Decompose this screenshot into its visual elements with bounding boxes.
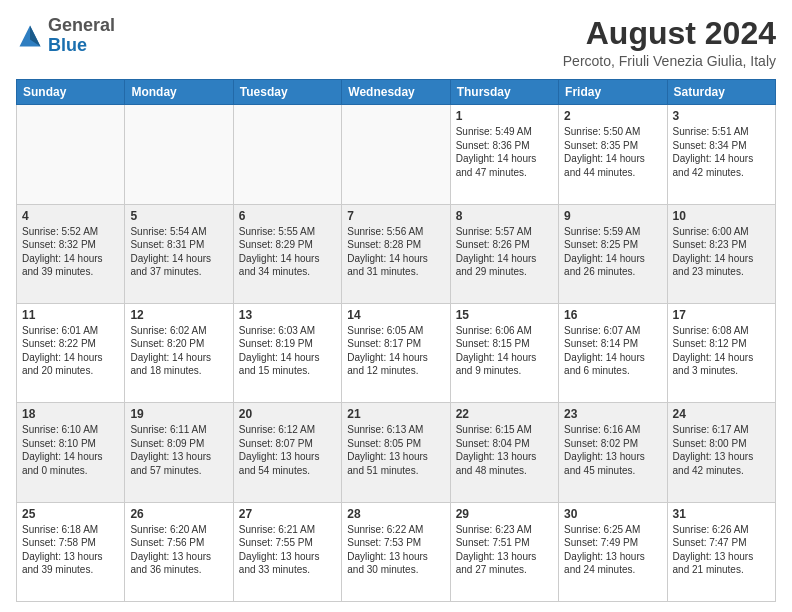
day-number: 3 [673, 109, 770, 123]
logo-text: General Blue [48, 16, 115, 56]
day-number: 18 [22, 407, 119, 421]
cell-sun-info: Sunrise: 6:20 AMSunset: 7:56 PMDaylight:… [130, 523, 227, 577]
calendar-cell: 17Sunrise: 6:08 AMSunset: 8:12 PMDayligh… [667, 303, 775, 402]
location: Percoto, Friuli Venezia Giulia, Italy [563, 53, 776, 69]
col-header-wednesday: Wednesday [342, 80, 450, 105]
cell-sun-info: Sunrise: 6:00 AMSunset: 8:23 PMDaylight:… [673, 225, 770, 279]
day-number: 25 [22, 507, 119, 521]
day-number: 9 [564, 209, 661, 223]
calendar-cell [125, 105, 233, 204]
cell-sun-info: Sunrise: 6:25 AMSunset: 7:49 PMDaylight:… [564, 523, 661, 577]
day-number: 26 [130, 507, 227, 521]
day-number: 4 [22, 209, 119, 223]
cell-sun-info: Sunrise: 6:10 AMSunset: 8:10 PMDaylight:… [22, 423, 119, 477]
calendar-header-row: SundayMondayTuesdayWednesdayThursdayFrid… [17, 80, 776, 105]
day-number: 8 [456, 209, 553, 223]
cell-sun-info: Sunrise: 5:52 AMSunset: 8:32 PMDaylight:… [22, 225, 119, 279]
calendar-cell: 15Sunrise: 6:06 AMSunset: 8:15 PMDayligh… [450, 303, 558, 402]
calendar-cell: 25Sunrise: 6:18 AMSunset: 7:58 PMDayligh… [17, 502, 125, 601]
cell-sun-info: Sunrise: 5:57 AMSunset: 8:26 PMDaylight:… [456, 225, 553, 279]
calendar-cell: 1Sunrise: 5:49 AMSunset: 8:36 PMDaylight… [450, 105, 558, 204]
cell-sun-info: Sunrise: 6:02 AMSunset: 8:20 PMDaylight:… [130, 324, 227, 378]
day-number: 6 [239, 209, 336, 223]
col-header-saturday: Saturday [667, 80, 775, 105]
calendar-cell: 28Sunrise: 6:22 AMSunset: 7:53 PMDayligh… [342, 502, 450, 601]
calendar-cell [233, 105, 341, 204]
cell-sun-info: Sunrise: 5:50 AMSunset: 8:35 PMDaylight:… [564, 125, 661, 179]
calendar-cell: 27Sunrise: 6:21 AMSunset: 7:55 PMDayligh… [233, 502, 341, 601]
logo-general: General [48, 15, 115, 35]
day-number: 24 [673, 407, 770, 421]
calendar-cell: 5Sunrise: 5:54 AMSunset: 8:31 PMDaylight… [125, 204, 233, 303]
header: General Blue August 2024 Percoto, Friuli… [16, 16, 776, 69]
day-number: 27 [239, 507, 336, 521]
cell-sun-info: Sunrise: 5:51 AMSunset: 8:34 PMDaylight:… [673, 125, 770, 179]
day-number: 2 [564, 109, 661, 123]
calendar-cell: 4Sunrise: 5:52 AMSunset: 8:32 PMDaylight… [17, 204, 125, 303]
day-number: 12 [130, 308, 227, 322]
calendar-cell: 11Sunrise: 6:01 AMSunset: 8:22 PMDayligh… [17, 303, 125, 402]
cell-sun-info: Sunrise: 5:56 AMSunset: 8:28 PMDaylight:… [347, 225, 444, 279]
cell-sun-info: Sunrise: 6:05 AMSunset: 8:17 PMDaylight:… [347, 324, 444, 378]
logo-icon [16, 22, 44, 50]
calendar-cell: 19Sunrise: 6:11 AMSunset: 8:09 PMDayligh… [125, 403, 233, 502]
day-number: 30 [564, 507, 661, 521]
week-row-2: 4Sunrise: 5:52 AMSunset: 8:32 PMDaylight… [17, 204, 776, 303]
calendar-cell: 31Sunrise: 6:26 AMSunset: 7:47 PMDayligh… [667, 502, 775, 601]
week-row-3: 11Sunrise: 6:01 AMSunset: 8:22 PMDayligh… [17, 303, 776, 402]
day-number: 23 [564, 407, 661, 421]
cell-sun-info: Sunrise: 6:21 AMSunset: 7:55 PMDaylight:… [239, 523, 336, 577]
col-header-tuesday: Tuesday [233, 80, 341, 105]
calendar-cell: 7Sunrise: 5:56 AMSunset: 8:28 PMDaylight… [342, 204, 450, 303]
day-number: 20 [239, 407, 336, 421]
day-number: 28 [347, 507, 444, 521]
week-row-5: 25Sunrise: 6:18 AMSunset: 7:58 PMDayligh… [17, 502, 776, 601]
day-number: 17 [673, 308, 770, 322]
cell-sun-info: Sunrise: 6:18 AMSunset: 7:58 PMDaylight:… [22, 523, 119, 577]
logo-blue: Blue [48, 35, 87, 55]
cell-sun-info: Sunrise: 5:55 AMSunset: 8:29 PMDaylight:… [239, 225, 336, 279]
calendar-table: SundayMondayTuesdayWednesdayThursdayFrid… [16, 79, 776, 602]
cell-sun-info: Sunrise: 6:07 AMSunset: 8:14 PMDaylight:… [564, 324, 661, 378]
day-number: 5 [130, 209, 227, 223]
cell-sun-info: Sunrise: 6:26 AMSunset: 7:47 PMDaylight:… [673, 523, 770, 577]
calendar-cell: 12Sunrise: 6:02 AMSunset: 8:20 PMDayligh… [125, 303, 233, 402]
cell-sun-info: Sunrise: 6:08 AMSunset: 8:12 PMDaylight:… [673, 324, 770, 378]
calendar-cell: 16Sunrise: 6:07 AMSunset: 8:14 PMDayligh… [559, 303, 667, 402]
calendar-cell: 29Sunrise: 6:23 AMSunset: 7:51 PMDayligh… [450, 502, 558, 601]
calendar-cell: 9Sunrise: 5:59 AMSunset: 8:25 PMDaylight… [559, 204, 667, 303]
calendar-cell: 3Sunrise: 5:51 AMSunset: 8:34 PMDaylight… [667, 105, 775, 204]
day-number: 22 [456, 407, 553, 421]
page: General Blue August 2024 Percoto, Friuli… [0, 0, 792, 612]
col-header-sunday: Sunday [17, 80, 125, 105]
calendar-cell: 14Sunrise: 6:05 AMSunset: 8:17 PMDayligh… [342, 303, 450, 402]
title-block: August 2024 Percoto, Friuli Venezia Giul… [563, 16, 776, 69]
month-year: August 2024 [563, 16, 776, 51]
calendar-cell [17, 105, 125, 204]
cell-sun-info: Sunrise: 6:16 AMSunset: 8:02 PMDaylight:… [564, 423, 661, 477]
week-row-4: 18Sunrise: 6:10 AMSunset: 8:10 PMDayligh… [17, 403, 776, 502]
calendar-cell: 24Sunrise: 6:17 AMSunset: 8:00 PMDayligh… [667, 403, 775, 502]
cell-sun-info: Sunrise: 6:03 AMSunset: 8:19 PMDaylight:… [239, 324, 336, 378]
cell-sun-info: Sunrise: 6:06 AMSunset: 8:15 PMDaylight:… [456, 324, 553, 378]
week-row-1: 1Sunrise: 5:49 AMSunset: 8:36 PMDaylight… [17, 105, 776, 204]
cell-sun-info: Sunrise: 5:49 AMSunset: 8:36 PMDaylight:… [456, 125, 553, 179]
col-header-friday: Friday [559, 80, 667, 105]
calendar-cell: 30Sunrise: 6:25 AMSunset: 7:49 PMDayligh… [559, 502, 667, 601]
cell-sun-info: Sunrise: 6:15 AMSunset: 8:04 PMDaylight:… [456, 423, 553, 477]
day-number: 19 [130, 407, 227, 421]
calendar-cell: 8Sunrise: 5:57 AMSunset: 8:26 PMDaylight… [450, 204, 558, 303]
day-number: 31 [673, 507, 770, 521]
calendar-cell: 26Sunrise: 6:20 AMSunset: 7:56 PMDayligh… [125, 502, 233, 601]
day-number: 21 [347, 407, 444, 421]
calendar-cell: 10Sunrise: 6:00 AMSunset: 8:23 PMDayligh… [667, 204, 775, 303]
calendar-cell [342, 105, 450, 204]
cell-sun-info: Sunrise: 6:01 AMSunset: 8:22 PMDaylight:… [22, 324, 119, 378]
col-header-thursday: Thursday [450, 80, 558, 105]
day-number: 11 [22, 308, 119, 322]
day-number: 15 [456, 308, 553, 322]
calendar-cell: 13Sunrise: 6:03 AMSunset: 8:19 PMDayligh… [233, 303, 341, 402]
cell-sun-info: Sunrise: 6:13 AMSunset: 8:05 PMDaylight:… [347, 423, 444, 477]
cell-sun-info: Sunrise: 6:12 AMSunset: 8:07 PMDaylight:… [239, 423, 336, 477]
cell-sun-info: Sunrise: 6:17 AMSunset: 8:00 PMDaylight:… [673, 423, 770, 477]
